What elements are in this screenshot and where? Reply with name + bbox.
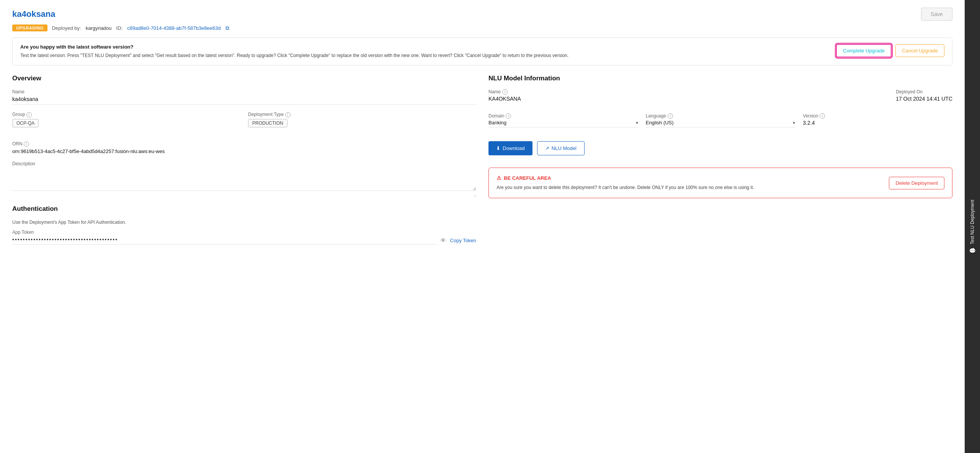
nlu-name-info-icon[interactable]: i <box>502 89 508 95</box>
right-sidebar: 💬 Test NLU Deployment <box>965 0 980 453</box>
upgrade-notice-text: Are you happy with the latest software v… <box>20 44 828 59</box>
danger-box: ⚠ BE CAREFUL AREA Are you sure you want … <box>488 168 952 198</box>
group-info-icon[interactable]: i <box>26 112 32 117</box>
token-dots: •••••••••••••••••••••••••••••••••••••••• <box>12 236 436 244</box>
chat-icon: 💬 <box>969 247 975 253</box>
nlu-version-label: Version i <box>803 113 952 119</box>
app-token-label: App Token <box>12 230 476 235</box>
orn-label: ORN i <box>12 141 476 147</box>
upgrade-buttons: Complete Upgrade Cancel Upgrade <box>836 44 944 57</box>
id-label: ID: <box>116 25 123 31</box>
copy-id-icon[interactable]: ⧉ <box>225 25 229 31</box>
delete-deployment-button[interactable]: Delete Deployment <box>889 177 944 189</box>
deployment-type-info-icon[interactable]: i <box>285 112 291 117</box>
nlu-language-value: English (US) <box>646 120 793 125</box>
nlu-deployed-label: Deployed On <box>896 89 952 95</box>
external-link-icon: ↗ <box>545 145 549 151</box>
meta-row: UPGRADING Deployed by: kargyriadou ID: c… <box>12 24 952 31</box>
deployment-type-chips: PRODUCTION <box>248 119 476 127</box>
orn-value: orn:9619b513-4ac5-4c27-bf5e-4abd5d4a2257… <box>12 148 476 154</box>
danger-title: ⚠ BE CAREFUL AREA <box>497 175 881 181</box>
language-chevron-icon: ▾ <box>793 120 795 125</box>
nlu-language-select[interactable]: English (US) ▾ <box>646 120 795 127</box>
nlu-deployed-value: 17 Oct 2024 14:41 UTC <box>896 96 952 102</box>
deployment-type-chip: PRODUCTION <box>248 119 287 127</box>
name-field: Name ka4oksana <box>12 89 476 105</box>
auth-subtitle: Use the Deployment's App Token for API A… <box>12 220 476 225</box>
danger-content: ⚠ BE CAREFUL AREA Are you sure you want … <box>497 175 881 191</box>
nlu-name-field: Name i KA4OKSANA <box>488 89 888 102</box>
notice-title: Are you happy with the latest software v… <box>20 44 828 50</box>
overview-section-title: Overview <box>12 75 476 82</box>
nlu-language-label: Language i <box>646 113 795 119</box>
description-textarea[interactable] <box>12 168 476 191</box>
orn-info-icon[interactable]: i <box>24 142 29 147</box>
page-title: ka4oksana <box>12 9 56 19</box>
deployment-type-label: Deployment Type i <box>248 112 476 117</box>
copy-token-button[interactable]: Copy Token <box>450 238 476 243</box>
description-label: Description <box>12 161 476 166</box>
cancel-upgrade-button[interactable]: Cancel Upgrade <box>895 44 944 57</box>
nlu-domain-field: Domain i Banking ▾ <box>488 113 638 127</box>
app-token-row: ••••••••••••••••••••••••••••••••••••••••… <box>12 236 476 244</box>
save-button[interactable]: Save <box>921 8 952 21</box>
name-divider <box>12 104 476 105</box>
authentication-section: Authentication Use the Deployment's App … <box>12 205 476 244</box>
right-column: NLU Model Information Name i KA4OKSANA D… <box>488 75 952 244</box>
nlu-version-info-icon[interactable]: i <box>820 113 825 119</box>
deployed-by-label: Deployed by: <box>52 25 81 31</box>
description-field: Description ⌟ <box>12 161 476 197</box>
left-column: Overview Name ka4oksana Group i OCP-QA <box>12 75 476 244</box>
nlu-language-info-icon[interactable]: i <box>668 113 673 119</box>
nlu-domain-value: Banking <box>488 120 636 125</box>
name-label: Name <box>12 89 476 95</box>
nlu-domain-label: Domain i <box>488 113 638 119</box>
two-column-layout: Overview Name ka4oksana Group i OCP-QA <box>12 75 952 244</box>
complete-upgrade-button[interactable]: Complete Upgrade <box>836 44 892 57</box>
resize-handle: ⌟ <box>12 192 476 197</box>
name-value: ka4oksana <box>12 96 476 102</box>
page-header: ka4oksana Save <box>12 8 952 21</box>
domain-chevron-icon: ▾ <box>636 120 638 125</box>
nlu-domain-info-icon[interactable]: i <box>506 113 511 119</box>
group-deployment-row: Group i OCP-QA Deployment Type i PRODUCT… <box>12 112 476 134</box>
eye-icon[interactable]: 👁 <box>440 237 446 244</box>
download-button[interactable]: ⬇ Download <box>488 141 532 155</box>
group-chip: OCP-QA <box>12 119 39 127</box>
nlu-language-field: Language i English (US) ▾ <box>646 113 795 127</box>
deployment-id: c89ad8e0-7014-4388-ab7f-587b3e8ee63d <box>127 25 220 31</box>
deployment-type-field: Deployment Type i PRODUCTION <box>248 112 476 127</box>
nlu-version-value: 3.2.4 <box>803 120 952 126</box>
group-label: Group i <box>12 112 240 117</box>
authentication-title: Authentication <box>12 205 476 213</box>
status-badge: UPGRADING <box>12 24 47 31</box>
nlu-version-field: Version i 3.2.4 <box>803 113 952 127</box>
nlu-model-button[interactable]: ↗ NLU Model <box>537 141 585 155</box>
warning-triangle-icon: ⚠ <box>497 175 501 181</box>
main-content: ka4oksana Save UPGRADING Deployed by: ka… <box>0 0 965 453</box>
nlu-name-value: KA4OKSANA <box>488 96 888 102</box>
test-nlu-sidebar-tab[interactable]: 💬 Test NLU Deployment <box>969 200 975 253</box>
download-icon: ⬇ <box>496 145 500 151</box>
notice-body: Test the latest version: Press "TEST NLU… <box>20 52 828 59</box>
nlu-name-deployed-row: Name i KA4OKSANA Deployed On 17 Oct 2024… <box>488 89 952 108</box>
nlu-section-title: NLU Model Information <box>488 75 952 82</box>
nlu-name-label: Name i <box>488 89 888 95</box>
deployed-by-value: kargyriadou <box>86 25 112 31</box>
nlu-domain-lang-ver-row: Domain i Banking ▾ Language i English (U… <box>488 113 952 134</box>
danger-text: Are you sure you want to delete this dep… <box>497 184 881 191</box>
nlu-domain-select[interactable]: Banking ▾ <box>488 120 638 127</box>
upgrade-notice: Are you happy with the latest software v… <box>12 37 952 65</box>
group-chips: OCP-QA <box>12 119 240 127</box>
orn-field: ORN i orn:9619b513-4ac5-4c27-bf5e-4abd5d… <box>12 141 476 154</box>
nlu-deployed-field: Deployed On 17 Oct 2024 14:41 UTC <box>896 89 952 102</box>
nlu-actions: ⬇ Download ↗ NLU Model <box>488 141 952 155</box>
group-field: Group i OCP-QA <box>12 112 240 127</box>
